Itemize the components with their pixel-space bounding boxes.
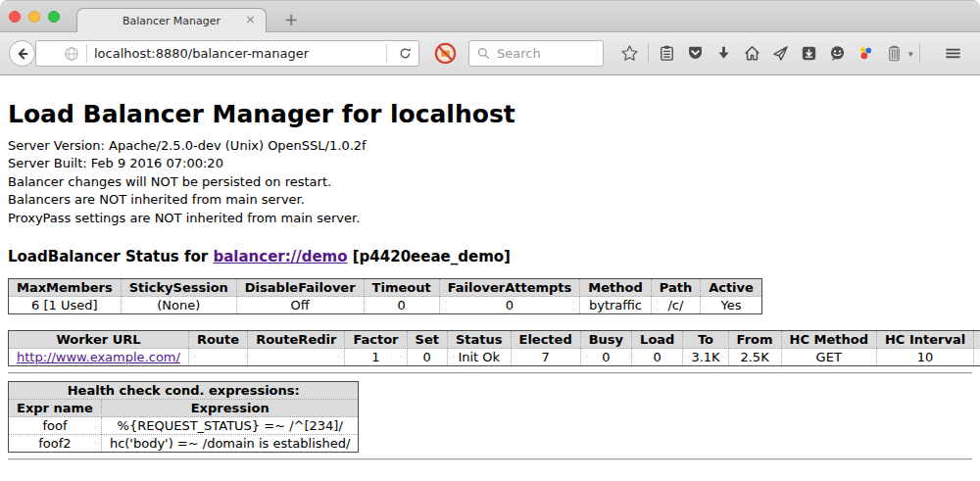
server-info: Server Version: Apache/2.5.0-dev (Unix) … bbox=[8, 137, 972, 227]
extension-dots-icon[interactable] bbox=[857, 44, 875, 63]
download-arrow-icon[interactable] bbox=[714, 44, 733, 63]
cell-factor: 1 bbox=[345, 349, 407, 366]
cell-expr-name: foof2 bbox=[9, 435, 102, 453]
cell-disablefailover: Off bbox=[236, 297, 364, 314]
server-version-line: Server Version: Apache/2.5.0-dev (Unix) … bbox=[8, 137, 972, 155]
cell-maxmembers: 6 [1 Used] bbox=[9, 297, 122, 314]
minimize-window-button[interactable] bbox=[28, 11, 40, 23]
tab-title: Balancer Manager bbox=[122, 15, 220, 27]
col-passes: Passes bbox=[974, 331, 980, 349]
col-disablefailover: DisableFailover bbox=[236, 279, 364, 297]
col-load: Load bbox=[632, 331, 683, 349]
cell-failoverattempts: 0 bbox=[439, 297, 580, 314]
feedback-smiley-icon[interactable] bbox=[828, 44, 847, 63]
col-failoverattempts: FailoverAttempts bbox=[439, 279, 580, 297]
menu-hamburger-icon[interactable] bbox=[943, 44, 963, 63]
cell-hc-method: GET bbox=[781, 349, 876, 366]
col-route: Route bbox=[188, 331, 247, 349]
downloads-panel-icon[interactable] bbox=[800, 44, 818, 63]
persist-notice-line: Balancer changes will NOT be persisted o… bbox=[8, 173, 972, 191]
cell-hc-interval: 10 bbox=[876, 349, 973, 366]
send-tab-icon[interactable] bbox=[771, 44, 790, 63]
plugin-blocked-icon[interactable] bbox=[433, 41, 458, 70]
col-factor: Factor bbox=[345, 331, 407, 349]
table-title-row: Health check cond. expressions: bbox=[9, 382, 359, 400]
worker-row: http://www.example.com/ 1 0 Init Ok 7 0 … bbox=[9, 349, 980, 366]
cell-expression: %{REQUEST_STATUS} =~ /^[234]/ bbox=[101, 417, 359, 435]
cell-route bbox=[188, 349, 247, 366]
worker-status-table: Worker URL Route RouteRedir Factor Set S… bbox=[8, 330, 980, 366]
col-timeout: Timeout bbox=[364, 279, 439, 297]
col-from: From bbox=[728, 331, 781, 349]
table-header-row: MaxMembers StickySession DisableFailover… bbox=[9, 279, 762, 297]
reading-list-icon[interactable] bbox=[658, 44, 676, 63]
cell-expr-name: foof bbox=[9, 417, 102, 435]
table-header-row: Worker URL Route RouteRedir Factor Set S… bbox=[9, 331, 980, 349]
inherit-notice-line: Balancers are NOT inherited from main se… bbox=[8, 191, 972, 209]
reload-icon bbox=[398, 46, 413, 61]
cell-stickysession: (None) bbox=[121, 297, 236, 314]
cell-passes: 1 (0) bbox=[974, 349, 980, 366]
new-tab-button[interactable]: + bbox=[284, 12, 298, 28]
worker-url-link[interactable]: http://www.example.com/ bbox=[17, 350, 180, 364]
search-bar[interactable]: Search bbox=[468, 40, 604, 67]
cell-active: Yes bbox=[701, 297, 762, 314]
col-expression: Expression bbox=[101, 400, 359, 417]
reload-button[interactable] bbox=[398, 46, 413, 61]
col-routeredir: RouteRedir bbox=[248, 331, 345, 349]
col-hc-interval: HC Interval bbox=[876, 331, 973, 349]
tab-balancer-manager[interactable]: Balancer Manager × bbox=[76, 8, 267, 32]
col-hc-method: HC Method bbox=[781, 331, 876, 349]
cell-worker-url: http://www.example.com/ bbox=[9, 349, 189, 366]
url-text[interactable]: localhost:8880/balancer-manager bbox=[94, 46, 379, 61]
health-table-title: Health check cond. expressions: bbox=[9, 382, 359, 400]
col-active: Active bbox=[701, 279, 762, 297]
balancer-settings-table: MaxMembers StickySession DisableFailover… bbox=[8, 278, 762, 314]
col-elected: Elected bbox=[511, 331, 580, 349]
toolbar-separator bbox=[648, 43, 649, 64]
col-worker-url: Worker URL bbox=[9, 331, 189, 349]
expr-row: foof2 hc('body') =~ /domain is establish… bbox=[9, 435, 359, 453]
chevron-down-icon[interactable]: ▾ bbox=[908, 49, 913, 59]
proxypass-notice-line: ProxyPass settings are NOT inherited fro… bbox=[8, 210, 972, 227]
pocket-icon[interactable] bbox=[686, 44, 705, 63]
col-to: To bbox=[683, 331, 728, 349]
col-stickysession: StickySession bbox=[121, 279, 236, 297]
container-jar-icon[interactable] bbox=[885, 44, 904, 63]
toolbar-separator bbox=[919, 43, 920, 64]
expr-row: foof %{REQUEST_STATUS} =~ /^[234]/ bbox=[9, 417, 359, 435]
cell-path: /c/ bbox=[651, 297, 700, 314]
bookmark-star-icon[interactable] bbox=[620, 44, 639, 63]
page-title: Load Balancer Manager for localhost bbox=[8, 100, 972, 128]
zoom-window-button[interactable] bbox=[48, 11, 60, 23]
cell-timeout: 0 bbox=[364, 297, 439, 314]
status-suffix: [p4420eeae_demo] bbox=[348, 248, 511, 265]
cell-from: 2.5K bbox=[728, 349, 781, 366]
cell-routeredir bbox=[248, 349, 345, 366]
search-icon bbox=[476, 46, 491, 61]
back-button[interactable] bbox=[9, 40, 35, 67]
cell-method: bytraffic bbox=[580, 297, 651, 314]
health-check-table: Health check cond. expressions: Expr nam… bbox=[8, 381, 359, 453]
reload-separator bbox=[386, 44, 387, 63]
balancer-demo-link[interactable]: balancer://demo bbox=[213, 248, 347, 265]
home-icon[interactable] bbox=[743, 44, 761, 63]
table-row: 6 [1 Used] (None) Off 0 0 bytraffic /c/ … bbox=[9, 297, 762, 314]
tab-close-icon[interactable]: × bbox=[245, 12, 256, 27]
col-method: Method bbox=[580, 279, 651, 297]
table-header-row: Expr name Expression bbox=[9, 400, 359, 417]
toolbar-icons: ▾ bbox=[615, 32, 980, 74]
loadbalancer-status-heading: LoadBalancer Status for balancer://demo … bbox=[8, 248, 972, 265]
cell-status: Init Ok bbox=[447, 349, 511, 366]
browser-window: Balancer Manager × + localhost:8880/bala… bbox=[0, 0, 980, 481]
window-controls bbox=[9, 11, 60, 23]
url-bar[interactable]: localhost:8880/balancer-manager bbox=[35, 40, 419, 67]
divider bbox=[8, 458, 972, 460]
col-status: Status bbox=[447, 331, 511, 349]
page-content: Load Balancer Manager for localhost Serv… bbox=[0, 75, 980, 481]
cell-expression: hc('body') =~ /domain is established/ bbox=[101, 435, 359, 453]
server-built-line: Server Built: Feb 9 2016 07:00:20 bbox=[8, 155, 972, 172]
close-window-button[interactable] bbox=[9, 11, 21, 23]
search-placeholder: Search bbox=[497, 46, 541, 61]
col-maxmembers: MaxMembers bbox=[9, 279, 122, 297]
